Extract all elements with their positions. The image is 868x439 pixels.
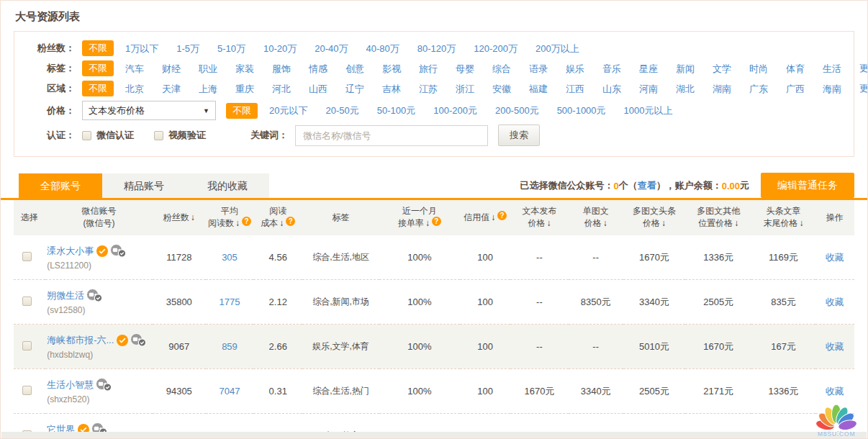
filter-option[interactable]: 综合 bbox=[492, 63, 511, 74]
filter-option[interactable]: 河南 bbox=[639, 83, 658, 94]
filter-option[interactable]: 5-10万 bbox=[217, 43, 245, 54]
column-header-single_price[interactable]: 单图文价格↓ bbox=[569, 200, 623, 235]
filter-option[interactable]: 广西 bbox=[786, 83, 805, 94]
filter-option[interactable]: 财经 bbox=[162, 63, 181, 74]
column-header-order_rate[interactable]: 近一个月接单率↓? bbox=[379, 200, 460, 235]
filter-option[interactable]: 1000元以上 bbox=[624, 105, 673, 116]
filter-option[interactable]: 湖南 bbox=[713, 83, 731, 94]
sort-desc-icon[interactable]: ↓ bbox=[491, 212, 495, 222]
filter-option[interactable]: 上海 bbox=[199, 83, 217, 94]
sort-desc-icon[interactable]: ↓ bbox=[191, 212, 195, 222]
search-button[interactable]: 搜索 bbox=[498, 125, 540, 146]
filter-option[interactable]: 重庆 bbox=[235, 83, 254, 94]
filter-option[interactable]: 服饰 bbox=[272, 63, 291, 74]
filter-option[interactable]: 新闻 bbox=[676, 63, 695, 74]
price-unlimited-button[interactable]: 不限 bbox=[226, 103, 258, 119]
filter-option[interactable]: 江苏 bbox=[419, 83, 438, 94]
tags-unlimited-button[interactable]: 不限 bbox=[82, 60, 114, 76]
sort-desc-icon[interactable]: ↓ bbox=[425, 218, 430, 228]
filter-option[interactable]: 湖北 bbox=[676, 83, 695, 94]
sort-desc-icon[interactable]: ↓ bbox=[279, 218, 284, 228]
filter-option[interactable]: 山东 bbox=[602, 83, 621, 94]
filter-option[interactable]: 家装 bbox=[235, 63, 254, 74]
filter-option[interactable]: 情感 bbox=[309, 63, 327, 74]
column-header-credit[interactable]: 信用值↓? bbox=[460, 200, 510, 235]
account-name-link[interactable]: 溧水大小事 bbox=[47, 245, 94, 258]
checkbox-icon[interactable] bbox=[82, 131, 91, 140]
filter-option[interactable]: 广东 bbox=[749, 83, 768, 94]
filter-option[interactable]: 500-1000元 bbox=[557, 105, 606, 116]
sort-desc-icon[interactable]: ↓ bbox=[800, 218, 804, 228]
column-header-headline_end_price[interactable]: 头条文章末尾价格↓ bbox=[751, 200, 815, 235]
sort-desc-icon[interactable]: ↓ bbox=[734, 218, 738, 228]
filter-option[interactable]: 音乐 bbox=[602, 63, 621, 74]
filter-option[interactable]: 河北 bbox=[272, 83, 291, 94]
filter-option[interactable]: 20-50元 bbox=[325, 105, 358, 116]
edit-task-button[interactable]: 编辑普通任务 bbox=[761, 173, 854, 198]
filter-option[interactable]: 80-120万 bbox=[417, 43, 456, 54]
tab-all-accounts[interactable]: 全部账号 bbox=[19, 173, 102, 198]
filter-option[interactable]: 安徽 bbox=[492, 83, 511, 94]
column-header-text_price[interactable]: 文本发布价格↓ bbox=[510, 200, 568, 235]
help-icon[interactable]: ? bbox=[242, 217, 251, 226]
filter-option[interactable]: 浙江 bbox=[456, 83, 474, 94]
row-checkbox[interactable] bbox=[22, 341, 32, 350]
view-selected-link[interactable]: 查看 bbox=[638, 179, 656, 192]
more-regions-link[interactable]: 更多区域 bbox=[859, 82, 868, 95]
filter-option[interactable]: 母婴 bbox=[456, 63, 474, 74]
filter-option[interactable]: 生活 bbox=[823, 63, 841, 74]
account-name-link[interactable]: 生活小智慧 bbox=[47, 379, 94, 392]
column-header-fans[interactable]: 粉丝数↓ bbox=[153, 200, 206, 235]
filter-option[interactable]: 20元以下 bbox=[269, 105, 307, 116]
filter-option[interactable]: 语录 bbox=[529, 63, 548, 74]
filter-option[interactable]: 星座 bbox=[639, 63, 658, 74]
filter-option[interactable]: 天津 bbox=[162, 83, 181, 94]
column-header-multi_head_price[interactable]: 多图文头条价格↓ bbox=[623, 200, 685, 235]
filter-option[interactable]: 汽车 bbox=[125, 63, 144, 74]
row-checkbox[interactable] bbox=[22, 297, 32, 306]
row-checkbox[interactable] bbox=[22, 386, 32, 395]
filter-option[interactable]: 山西 bbox=[309, 83, 327, 94]
fans-unlimited-button[interactable]: 不限 bbox=[82, 40, 114, 56]
filter-option[interactable]: 200万以上 bbox=[535, 43, 579, 54]
filter-option[interactable]: 海南 bbox=[823, 83, 841, 94]
more-tags-link[interactable]: 更多标签 bbox=[859, 62, 868, 75]
column-header-multi_other_price[interactable]: 多图文其他位置价格↓ bbox=[685, 200, 751, 235]
filter-option[interactable]: 吉林 bbox=[382, 83, 401, 94]
help-icon[interactable]: ? bbox=[497, 211, 507, 220]
region-unlimited-button[interactable]: 不限 bbox=[82, 81, 114, 96]
filter-option[interactable]: 辽宁 bbox=[345, 83, 364, 94]
sort-desc-icon[interactable]: ↓ bbox=[603, 218, 607, 228]
filter-option[interactable]: 娱乐 bbox=[566, 63, 584, 74]
sort-desc-icon[interactable]: ↓ bbox=[661, 218, 666, 228]
filter-option[interactable]: 20-40万 bbox=[315, 43, 348, 54]
price-type-select[interactable]: 文本发布价格 bbox=[82, 101, 216, 120]
filter-option[interactable]: 职业 bbox=[199, 63, 217, 74]
wechat-cert-checkbox[interactable]: 微信认证 bbox=[82, 129, 134, 142]
filter-option[interactable]: 1-5万 bbox=[176, 43, 199, 54]
tab-my-favorites[interactable]: 我的收藏 bbox=[186, 173, 269, 198]
filter-option[interactable]: 50-100元 bbox=[377, 105, 415, 116]
filter-option[interactable]: 200-500元 bbox=[495, 105, 539, 116]
filter-option[interactable]: 福建 bbox=[529, 83, 548, 94]
favorite-link[interactable]: 收藏 bbox=[826, 252, 844, 263]
row-checkbox[interactable] bbox=[22, 252, 32, 261]
column-header-avg_reads[interactable]: 平均阅读数↓? bbox=[206, 200, 253, 235]
filter-option[interactable]: 创意 bbox=[345, 63, 364, 74]
avg-reads-link[interactable]: 1775 bbox=[220, 297, 240, 307]
account-name-link[interactable]: 海峡都市报-六... bbox=[47, 334, 114, 347]
filter-option[interactable]: 江西 bbox=[566, 83, 584, 94]
filter-option[interactable]: 影视 bbox=[382, 63, 401, 74]
avg-reads-link[interactable]: 305 bbox=[222, 252, 238, 263]
filter-option[interactable]: 120-200万 bbox=[474, 43, 517, 54]
filter-option[interactable]: 体育 bbox=[786, 63, 805, 74]
filter-option[interactable]: 100-200元 bbox=[433, 105, 477, 116]
favorite-link[interactable]: 收藏 bbox=[826, 297, 844, 307]
filter-option[interactable]: 旅行 bbox=[419, 63, 438, 74]
column-header-read_cost[interactable]: 阅读成本↓? bbox=[253, 200, 302, 235]
keyword-input[interactable] bbox=[295, 125, 488, 146]
filter-option[interactable]: 40-80万 bbox=[366, 43, 399, 54]
filter-option[interactable]: 北京 bbox=[125, 83, 144, 94]
sort-desc-icon[interactable]: ↓ bbox=[546, 218, 551, 228]
filter-option[interactable]: 文学 bbox=[713, 63, 731, 74]
